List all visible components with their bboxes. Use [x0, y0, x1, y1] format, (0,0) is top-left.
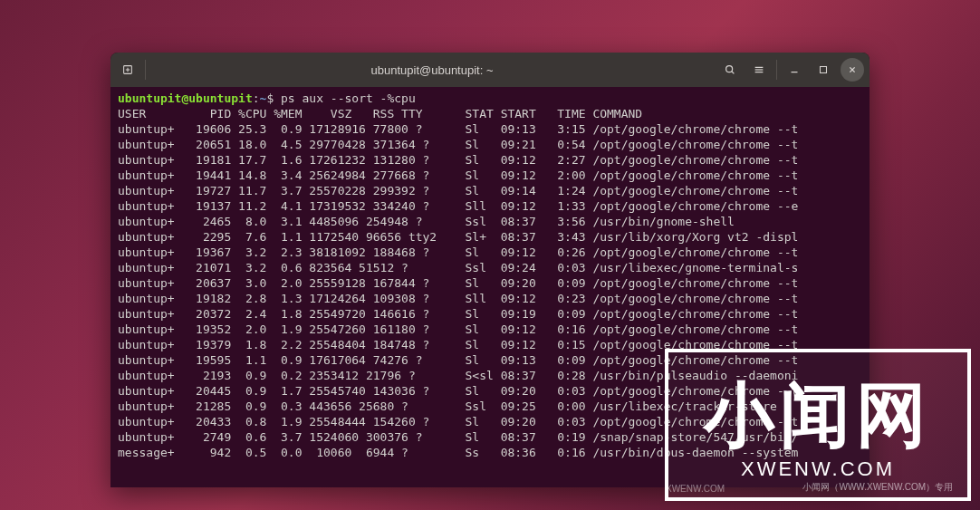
- prompt-user: ubuntupit: [118, 91, 181, 105]
- menu-button[interactable]: [747, 58, 771, 82]
- watermark-small: 小闻网（WWW.XWENW.COM）专用: [802, 481, 953, 494]
- separator: [145, 60, 146, 80]
- svg-point-3: [726, 66, 733, 72]
- window-title: ubuntupit@ubuntupit: ~: [151, 63, 713, 77]
- svg-line-4: [732, 72, 735, 74]
- titlebar: ubuntupit@ubuntupit: ~: [110, 53, 870, 87]
- close-button[interactable]: [841, 58, 864, 82]
- prompt-colon: :: [253, 91, 260, 105]
- search-button[interactable]: [718, 58, 742, 82]
- svg-rect-9: [821, 67, 827, 73]
- maximize-button[interactable]: [812, 58, 835, 82]
- ps-header: USER PID %CPU %MEM VSZ RSS TTY STAT STAR…: [118, 107, 642, 120]
- prompt-dollar: $: [266, 91, 274, 105]
- watermark-cn: 小闻网: [668, 369, 967, 464]
- watermark-en: XWENW.COM: [668, 457, 967, 481]
- command-text: ps aux --sort -%cpu: [281, 91, 416, 105]
- watermark-box: 小闻网 XWENW.COM: [665, 349, 971, 501]
- separator: [776, 60, 777, 80]
- new-tab-button[interactable]: [116, 58, 139, 82]
- watermark-small2: XWENW.COM: [666, 484, 725, 494]
- minimize-button[interactable]: [783, 58, 806, 82]
- prompt-host: ubuntupit: [188, 91, 252, 105]
